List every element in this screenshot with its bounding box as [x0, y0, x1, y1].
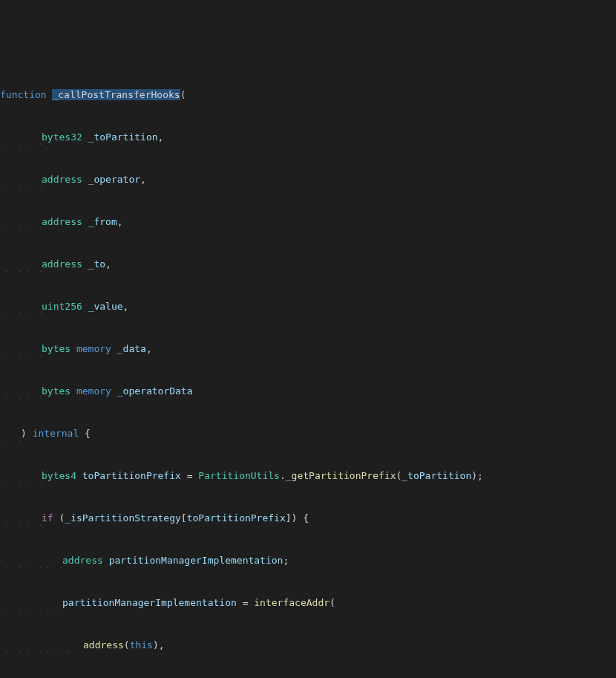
code-line[interactable]: function _callPostTransferHooks(	[0, 88, 616, 102]
param: _toPartition	[88, 131, 158, 143]
code-line[interactable]: bytes32 _toPartition,	[0, 130, 616, 144]
punct: (	[180, 89, 186, 100]
code-line[interactable]: address partitionManagerImplementation;	[0, 553, 616, 567]
keyword: memory	[76, 343, 111, 354]
code-line[interactable]: bytes4 toPartitionPrefix = PartitionUtil…	[0, 469, 616, 483]
code-line[interactable]: ) internal {	[0, 426, 616, 440]
code-line[interactable]: partitionManagerImplementation = interfa…	[0, 596, 616, 610]
code-line[interactable]: if (_isPartitionStrategy[toPartitionPref…	[0, 511, 616, 525]
param: _operator	[88, 174, 140, 185]
keyword: internal	[33, 428, 79, 439]
var: partitionManagerImplementation	[109, 555, 284, 566]
fn: interfaceAddr	[254, 597, 330, 608]
var: partitionManagerImplementation	[62, 597, 237, 608]
code-line[interactable]: uint256 _value,	[0, 299, 616, 313]
code-line[interactable]: address _to,	[0, 257, 616, 271]
code-line[interactable]: bytes memory _operatorData	[0, 384, 616, 398]
var: _isPartitionStrategy	[65, 512, 181, 524]
fn: _getPartitionPrefix	[286, 470, 396, 481]
param: _operatorData	[117, 385, 193, 397]
param: _value	[88, 301, 123, 312]
code-line[interactable]: address _operator,	[0, 172, 616, 186]
keyword-this: this	[130, 639, 153, 651]
param: _data	[117, 343, 146, 354]
code-line[interactable]: address(this),	[0, 638, 616, 652]
keyword: memory	[76, 385, 111, 397]
code-editor[interactable]: function _callPostTransferHooks( bytes32…	[0, 56, 616, 678]
class: PartitionUtils	[198, 470, 280, 481]
keyword-function: function	[0, 89, 52, 100]
code-line[interactable]: bytes memory _data,	[0, 342, 616, 356]
code-line[interactable]: address _from,	[0, 215, 616, 229]
param: _from	[88, 216, 117, 227]
param: _to	[88, 258, 105, 270]
selected-function-name: _callPostTransferHooks	[52, 89, 180, 100]
var: toPartitionPrefix	[82, 470, 181, 481]
